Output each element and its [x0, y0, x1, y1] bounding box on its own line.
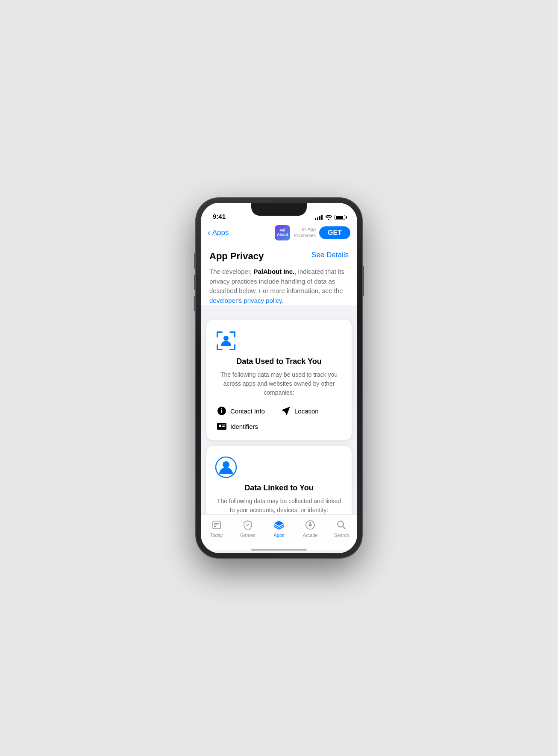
home-indicator-bar: [251, 549, 307, 551]
track-item-contact-label: Contact Info: [230, 407, 265, 415]
battery-icon: [335, 215, 345, 220]
see-details-link[interactable]: See Details: [311, 251, 349, 259]
track-data-items: i Contact Info Loc: [215, 406, 343, 431]
linked-card-description: The following data may be collected and …: [215, 497, 343, 514]
privacy-description: The developer, PalAbout Inc., indicated …: [209, 267, 349, 305]
arcade-icon: [304, 519, 316, 531]
games-icon: [242, 519, 254, 531]
tab-apps[interactable]: Apps: [263, 519, 294, 538]
nav-bar: ‹ Apps PalAbout In-App Purchases GET: [201, 223, 357, 242]
location-arrow-icon: [281, 406, 291, 416]
home-indicator: [201, 550, 357, 553]
back-button[interactable]: ‹ Apps: [208, 229, 229, 237]
search-icon: [335, 519, 347, 531]
phone-screen: 9:41 ‹ App: [201, 203, 357, 553]
tab-search-label: Search: [334, 533, 349, 538]
track-icon: [215, 330, 343, 352]
get-button[interactable]: GET: [319, 226, 350, 239]
svg-point-8: [223, 336, 229, 341]
track-item-identifiers: Identifiers: [217, 421, 277, 431]
track-card-title: Data Used to Track You: [215, 357, 343, 366]
status-time: 9:41: [213, 213, 226, 220]
track-card: Data Used to Track You The following dat…: [206, 319, 352, 440]
inapp-label-1: In-App: [302, 227, 316, 232]
svg-rect-3: [234, 331, 235, 337]
svg-rect-30: [214, 523, 219, 524]
desc-text-1: The developer,: [209, 268, 253, 275]
svg-point-12: [219, 425, 221, 427]
cards-section: Data Used to Track You The following dat…: [201, 314, 357, 514]
track-item-location: Location: [281, 406, 341, 416]
status-icons: [315, 215, 345, 220]
svg-rect-5: [217, 349, 223, 350]
tab-bar: Today Games: [201, 514, 357, 550]
privacy-policy-link[interactable]: developer's privacy policy: [209, 297, 282, 304]
tab-arcade-label: Arcade: [303, 533, 318, 538]
chevron-left-icon: ‹: [208, 228, 211, 237]
developer-name: PalAbout Inc.: [253, 268, 294, 275]
tab-arcade[interactable]: Arcade: [295, 519, 326, 538]
status-bar: 9:41: [201, 203, 357, 223]
scroll-content[interactable]: App Privacy See Details The developer, P…: [201, 242, 357, 514]
wifi-icon: [325, 215, 332, 220]
tab-today-label: Today: [210, 533, 223, 538]
linked-icon: [215, 456, 343, 478]
svg-rect-1: [217, 331, 218, 337]
desc-text-3: .: [282, 297, 283, 304]
tab-today[interactable]: Today: [201, 519, 232, 538]
track-item-identifiers-label: Identifiers: [230, 423, 258, 430]
tab-search[interactable]: Search: [326, 519, 357, 538]
privacy-title: App Privacy: [209, 251, 264, 262]
svg-rect-31: [214, 525, 217, 525]
tab-games[interactable]: Games: [232, 519, 263, 538]
linked-card-title: Data Linked to You: [215, 483, 343, 492]
svg-point-16: [223, 461, 229, 468]
today-icon: [211, 519, 223, 531]
svg-rect-7: [229, 349, 235, 350]
svg-rect-11: [217, 423, 226, 430]
phone-frame: 9:41 ‹ App: [196, 198, 362, 558]
track-item-contact: i Contact Info: [217, 406, 277, 416]
apps-icon: [273, 519, 285, 531]
svg-rect-14: [222, 426, 225, 427]
id-card-icon: [217, 421, 227, 431]
track-card-description: The following data may be used to track …: [215, 370, 343, 397]
inapp-label-2: Purchases: [294, 233, 316, 238]
app-icon: PalAbout: [275, 225, 290, 240]
inapp-purchases-label: In-App Purchases: [294, 227, 316, 238]
tab-apps-label: Apps: [273, 533, 284, 538]
info-circle-icon: i: [217, 406, 227, 416]
content-inner: App Privacy See Details The developer, P…: [201, 242, 357, 305]
linked-card: Data Linked to You The following data ma…: [206, 445, 352, 514]
app-info: PalAbout In-App Purchases GET: [275, 225, 350, 240]
svg-text:i: i: [221, 407, 223, 414]
tab-games-label: Games: [240, 533, 255, 538]
notch: [251, 203, 307, 216]
track-item-location-label: Location: [294, 407, 319, 415]
svg-rect-13: [222, 425, 226, 425]
signal-icon: [315, 215, 323, 220]
svg-rect-32: [214, 526, 216, 527]
privacy-header: App Privacy See Details: [209, 251, 349, 262]
back-label: Apps: [212, 229, 229, 237]
svg-point-34: [309, 522, 311, 524]
